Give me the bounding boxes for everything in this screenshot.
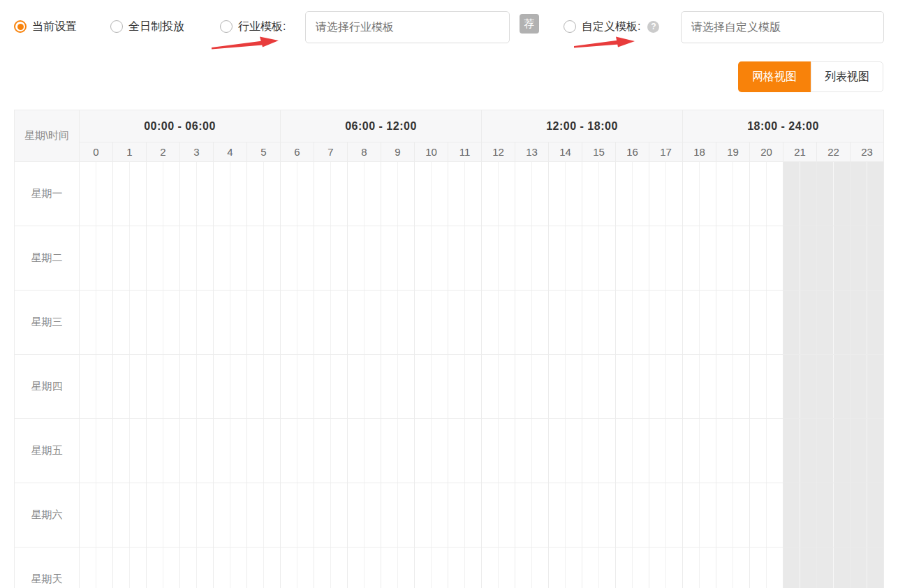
schedule-cell[interactable]	[381, 162, 415, 226]
schedule-cell[interactable]	[415, 419, 448, 483]
schedule-cell[interactable]	[649, 483, 683, 547]
schedule-cell[interactable]	[281, 419, 314, 483]
schedule-cell[interactable]	[180, 547, 214, 588]
schedule-cell[interactable]	[448, 355, 482, 419]
schedule-cell[interactable]	[180, 162, 214, 226]
schedule-cell[interactable]	[482, 291, 515, 355]
schedule-cell[interactable]	[147, 291, 180, 355]
schedule-cell[interactable]	[649, 419, 683, 483]
schedule-cell[interactable]	[616, 483, 649, 547]
schedule-cell[interactable]	[616, 419, 649, 483]
schedule-cell[interactable]	[750, 226, 783, 291]
schedule-cell[interactable]	[314, 355, 348, 419]
schedule-cell[interactable]	[783, 547, 817, 588]
schedule-cell[interactable]	[448, 226, 482, 291]
schedule-cell[interactable]	[214, 419, 247, 483]
schedule-cell[interactable]	[415, 355, 448, 419]
schedule-cell[interactable]	[247, 547, 281, 588]
schedule-cell[interactable]	[113, 547, 147, 588]
schedule-cell[interactable]	[348, 483, 381, 547]
schedule-cell[interactable]	[147, 483, 180, 547]
schedule-cell[interactable]	[113, 291, 147, 355]
schedule-cell[interactable]	[80, 162, 113, 226]
schedule-cell[interactable]	[247, 291, 281, 355]
schedule-cell[interactable]	[247, 355, 281, 419]
schedule-cell[interactable]	[683, 355, 716, 419]
schedule-cell[interactable]	[649, 291, 683, 355]
schedule-cell[interactable]	[515, 291, 549, 355]
tab-list-view[interactable]: 列表视图	[811, 61, 883, 92]
schedule-cell[interactable]	[582, 226, 616, 291]
schedule-cell[interactable]	[180, 483, 214, 547]
schedule-cell[interactable]	[415, 483, 448, 547]
schedule-cell[interactable]	[348, 355, 381, 419]
schedule-cell[interactable]	[515, 162, 549, 226]
schedule-cell[interactable]	[515, 419, 549, 483]
schedule-cell[interactable]	[817, 547, 851, 588]
schedule-cell[interactable]	[415, 547, 448, 588]
schedule-cell[interactable]	[147, 547, 180, 588]
schedule-cell[interactable]	[314, 419, 348, 483]
schedule-cell[interactable]	[348, 226, 381, 291]
schedule-cell[interactable]	[582, 483, 616, 547]
schedule-cell[interactable]	[649, 162, 683, 226]
schedule-cell[interactable]	[616, 547, 649, 588]
schedule-cell[interactable]	[817, 483, 851, 547]
schedule-cell[interactable]	[247, 162, 281, 226]
schedule-cell[interactable]	[750, 291, 783, 355]
schedule-cell[interactable]	[113, 162, 147, 226]
schedule-cell[interactable]	[214, 162, 247, 226]
schedule-cell[interactable]	[783, 162, 817, 226]
schedule-cell[interactable]	[113, 419, 147, 483]
schedule-cell[interactable]	[817, 291, 851, 355]
schedule-cell[interactable]	[716, 547, 750, 588]
schedule-cell[interactable]	[817, 162, 851, 226]
schedule-cell[interactable]	[247, 483, 281, 547]
schedule-cell[interactable]	[281, 355, 314, 419]
radio-all-day[interactable]: 全日制投放	[110, 19, 184, 34]
schedule-cell[interactable]	[851, 355, 884, 419]
schedule-cell[interactable]	[482, 547, 515, 588]
schedule-cell[interactable]	[649, 547, 683, 588]
schedule-cell[interactable]	[750, 355, 783, 419]
schedule-cell[interactable]	[750, 483, 783, 547]
schedule-cell[interactable]	[482, 483, 515, 547]
schedule-cell[interactable]	[549, 547, 582, 588]
schedule-cell[interactable]	[348, 291, 381, 355]
schedule-cell[interactable]	[482, 355, 515, 419]
custom-template-input[interactable]	[681, 11, 884, 43]
schedule-cell[interactable]	[314, 291, 348, 355]
schedule-cell[interactable]	[783, 483, 817, 547]
schedule-cell[interactable]	[716, 291, 750, 355]
schedule-cell[interactable]	[582, 291, 616, 355]
schedule-cell[interactable]	[750, 162, 783, 226]
help-icon[interactable]: ?	[647, 21, 659, 33]
schedule-cell[interactable]	[683, 226, 716, 291]
schedule-cell[interactable]	[482, 226, 515, 291]
schedule-cell[interactable]	[582, 355, 616, 419]
schedule-cell[interactable]	[214, 226, 247, 291]
schedule-cell[interactable]	[683, 291, 716, 355]
schedule-cell[interactable]	[549, 162, 582, 226]
schedule-cell[interactable]	[750, 547, 783, 588]
schedule-cell[interactable]	[783, 355, 817, 419]
schedule-cell[interactable]	[214, 355, 247, 419]
schedule-cell[interactable]	[549, 355, 582, 419]
schedule-cell[interactable]	[415, 162, 448, 226]
schedule-cell[interactable]	[214, 291, 247, 355]
schedule-cell[interactable]	[281, 547, 314, 588]
schedule-cell[interactable]	[817, 419, 851, 483]
schedule-cell[interactable]	[147, 162, 180, 226]
schedule-cell[interactable]	[851, 226, 884, 291]
schedule-cell[interactable]	[616, 226, 649, 291]
schedule-cell[interactable]	[482, 419, 515, 483]
schedule-cell[interactable]	[214, 547, 247, 588]
schedule-cell[interactable]	[348, 419, 381, 483]
schedule-cell[interactable]	[549, 483, 582, 547]
schedule-cell[interactable]	[582, 547, 616, 588]
schedule-cell[interactable]	[214, 483, 247, 547]
schedule-cell[interactable]	[716, 226, 750, 291]
schedule-cell[interactable]	[381, 226, 415, 291]
schedule-cell[interactable]	[683, 483, 716, 547]
schedule-cell[interactable]	[348, 162, 381, 226]
